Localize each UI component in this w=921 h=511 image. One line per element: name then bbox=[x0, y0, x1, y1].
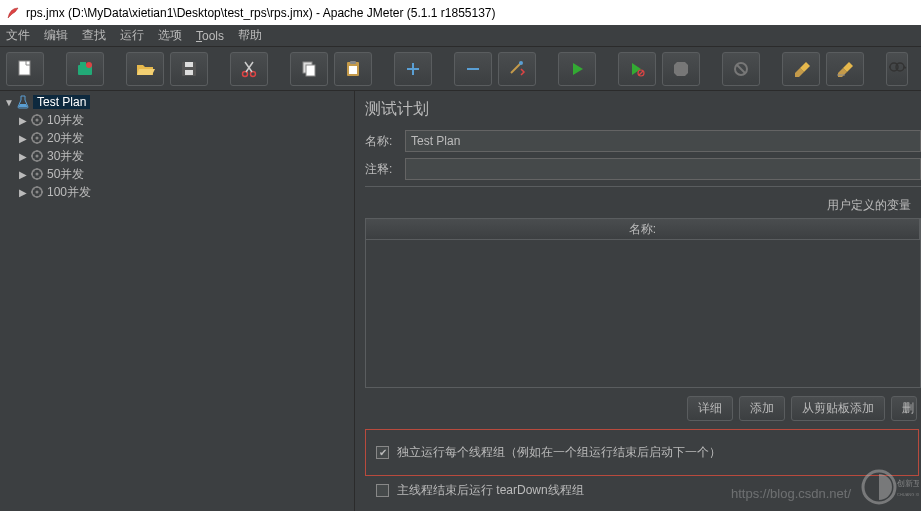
expander-icon[interactable]: ▶ bbox=[18, 133, 28, 144]
window-title: rps.jmx (D:\MyData\xietian1\Desktop\test… bbox=[26, 6, 496, 20]
tree-item-label: 20并发 bbox=[47, 130, 84, 147]
toolbar bbox=[0, 47, 921, 91]
vars-table-body[interactable] bbox=[365, 240, 921, 388]
menu-edit[interactable]: 编辑 bbox=[44, 27, 68, 44]
svg-point-7 bbox=[243, 71, 248, 76]
svg-point-14 bbox=[519, 61, 523, 65]
vars-heading: 用户定义的变量 bbox=[365, 197, 921, 214]
tree-item-label: 30并发 bbox=[47, 148, 84, 165]
expander-icon[interactable]: ▶ bbox=[18, 169, 28, 180]
open-button[interactable] bbox=[126, 52, 164, 86]
svg-rect-0 bbox=[19, 61, 30, 75]
vars-table-header: 名称: bbox=[365, 218, 921, 240]
menu-run[interactable]: 运行 bbox=[120, 27, 144, 44]
svg-text:CHUANG XIN HU LIAN: CHUANG XIN HU LIAN bbox=[897, 492, 919, 497]
tree-item-label: 100并发 bbox=[47, 184, 91, 201]
editor-panel: 测试计划 名称: 注释: 用户定义的变量 名称: 详细 添加 从剪贴板添加 删 … bbox=[355, 91, 921, 511]
menu-bar: 文件 编辑 查找 运行 选项 Tools 帮助 bbox=[0, 25, 921, 47]
menu-tools[interactable]: Tools bbox=[196, 29, 224, 43]
highlighted-option-box: 独立运行每个线程组（例如在一个组运行结束后启动下一个） bbox=[365, 429, 919, 476]
menu-search[interactable]: 查找 bbox=[82, 27, 106, 44]
tree-root[interactable]: ▼ Test Plan bbox=[0, 93, 354, 111]
checkbox-icon[interactable] bbox=[376, 484, 389, 497]
tree-root-label: Test Plan bbox=[33, 95, 90, 109]
panel-heading: 测试计划 bbox=[365, 99, 921, 120]
add-button[interactable]: 添加 bbox=[739, 396, 785, 421]
tree-item-20[interactable]: ▶ 20并发 bbox=[0, 129, 354, 147]
jmeter-icon bbox=[6, 6, 20, 20]
tree-item-100[interactable]: ▶ 100并发 bbox=[0, 183, 354, 201]
svg-point-18 bbox=[896, 63, 904, 71]
expander-icon[interactable]: ▶ bbox=[18, 187, 28, 198]
svg-point-8 bbox=[251, 71, 256, 76]
threadgroup-icon bbox=[30, 149, 44, 163]
threadgroup-icon bbox=[30, 167, 44, 181]
svg-rect-6 bbox=[185, 70, 193, 75]
svg-point-20 bbox=[36, 119, 39, 122]
start-button[interactable] bbox=[558, 52, 596, 86]
expander-icon[interactable]: ▶ bbox=[18, 115, 28, 126]
copy-button[interactable] bbox=[290, 52, 328, 86]
search-button[interactable] bbox=[886, 52, 908, 86]
svg-point-22 bbox=[36, 137, 39, 140]
svg-rect-12 bbox=[350, 61, 356, 64]
watermark-logo: 创新互联 CHUANG XIN HU LIAN bbox=[859, 466, 919, 508]
name-input[interactable] bbox=[405, 130, 921, 152]
svg-point-3 bbox=[86, 62, 92, 68]
from-clipboard-button[interactable]: 从剪贴板添加 bbox=[791, 396, 885, 421]
new-button[interactable] bbox=[6, 52, 44, 86]
testplan-icon bbox=[16, 95, 30, 109]
test-plan-tree[interactable]: ▼ Test Plan ▶ 10并发 ▶ 20并发 ▶ 30并发 ▶ 50并发 … bbox=[0, 91, 355, 511]
teardown-label: 主线程结束后运行 tearDown线程组 bbox=[397, 482, 584, 499]
clear-all-button[interactable] bbox=[826, 52, 864, 86]
start-no-timers-button[interactable] bbox=[618, 52, 656, 86]
run-serial-label: 独立运行每个线程组（例如在一个组运行结束后启动下一个） bbox=[397, 444, 721, 461]
name-label: 名称: bbox=[365, 133, 405, 150]
save-button[interactable] bbox=[170, 52, 208, 86]
expand-button[interactable] bbox=[394, 52, 432, 86]
collapse-button[interactable] bbox=[454, 52, 492, 86]
menu-options[interactable]: 选项 bbox=[158, 27, 182, 44]
checkbox-icon[interactable] bbox=[376, 446, 389, 459]
col-name: 名称: bbox=[366, 219, 920, 239]
tree-item-label: 10并发 bbox=[47, 112, 84, 129]
threadgroup-icon bbox=[30, 185, 44, 199]
templates-button[interactable] bbox=[66, 52, 104, 86]
menu-help[interactable]: 帮助 bbox=[238, 27, 262, 44]
paste-button[interactable] bbox=[334, 52, 372, 86]
delete-button[interactable]: 删 bbox=[891, 396, 917, 421]
toggle-button[interactable] bbox=[498, 52, 536, 86]
threadgroup-icon bbox=[30, 113, 44, 127]
run-serial-option[interactable]: 独立运行每个线程组（例如在一个组运行结束后启动下一个） bbox=[376, 444, 908, 461]
tree-item-50[interactable]: ▶ 50并发 bbox=[0, 165, 354, 183]
comment-label: 注释: bbox=[365, 161, 405, 178]
clear-button[interactable] bbox=[782, 52, 820, 86]
window-titlebar: rps.jmx (D:\MyData\xietian1\Desktop\test… bbox=[0, 0, 921, 25]
svg-rect-2 bbox=[80, 62, 86, 65]
svg-point-28 bbox=[36, 191, 39, 194]
expander-icon[interactable]: ▼ bbox=[4, 97, 14, 108]
svg-point-26 bbox=[36, 173, 39, 176]
svg-rect-5 bbox=[185, 62, 193, 67]
svg-text:创新互联: 创新互联 bbox=[897, 479, 919, 488]
tree-item-10[interactable]: ▶ 10并发 bbox=[0, 111, 354, 129]
tree-item-30[interactable]: ▶ 30并发 bbox=[0, 147, 354, 165]
svg-point-24 bbox=[36, 155, 39, 158]
menu-file[interactable]: 文件 bbox=[6, 27, 30, 44]
cut-button[interactable] bbox=[230, 52, 268, 86]
svg-rect-10 bbox=[306, 65, 315, 76]
tree-item-label: 50并发 bbox=[47, 166, 84, 183]
expander-icon[interactable]: ▶ bbox=[18, 151, 28, 162]
detail-button[interactable]: 详细 bbox=[687, 396, 733, 421]
svg-rect-13 bbox=[349, 66, 357, 74]
shutdown-button[interactable] bbox=[722, 52, 760, 86]
stop-button[interactable] bbox=[662, 52, 700, 86]
watermark-text: https://blog.csdn.net/ bbox=[731, 486, 851, 501]
threadgroup-icon bbox=[30, 131, 44, 145]
comment-input[interactable] bbox=[405, 158, 921, 180]
